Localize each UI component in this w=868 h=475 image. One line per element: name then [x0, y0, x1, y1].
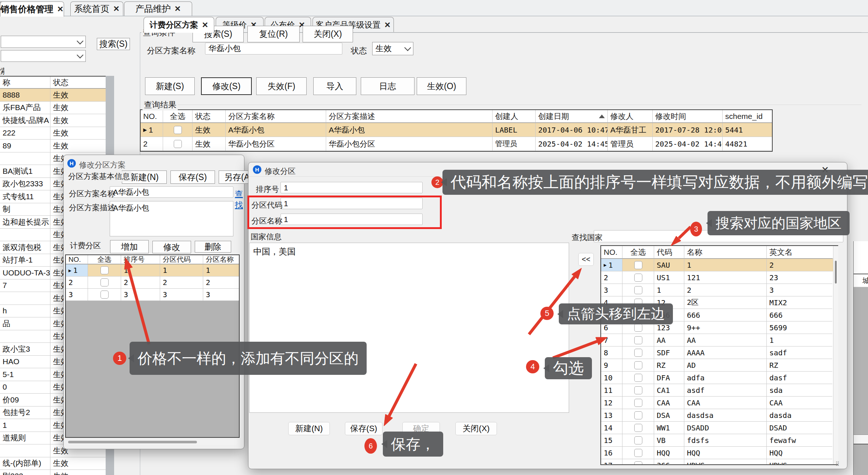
dialog2-new-button[interactable]: 新建(N) [288, 422, 330, 435]
action-button-生效(O)[interactable]: 生效(O) [417, 77, 466, 95]
table-row[interactable]: 12 CAA CAA CAA [601, 397, 837, 409]
dialog2-close-button[interactable]: 关闭(X) [455, 422, 497, 435]
close-icon[interactable]: ✕ [202, 21, 208, 29]
col-select-all[interactable]: 全选 [163, 110, 193, 123]
col-name[interactable]: 名称 [684, 246, 767, 258]
action-button-导入[interactable]: 导入 [313, 77, 356, 95]
table-row[interactable]: 16 HQQ HQQ HQQ [601, 447, 837, 459]
horizontal-scrollbar[interactable] [67, 439, 237, 445]
scrollbar-thumb[interactable] [835, 261, 837, 284]
row-checkbox[interactable] [634, 274, 642, 282]
row-checkbox[interactable] [634, 349, 642, 357]
row-checkbox[interactable] [634, 386, 642, 394]
row-checkbox[interactable] [100, 291, 109, 299]
table-row[interactable]: 1 生效 A华磊小包 A华磊小包 LABEL 2017-04-06 10:47:… [141, 123, 772, 137]
action-button-修改(S)[interactable]: 修改(S) [201, 77, 252, 95]
sidebar-filter-combo-2[interactable] [1, 50, 86, 62]
table-row[interactable]: 1 1 1 1 [66, 264, 239, 277]
sidebar-filter-combo-1[interactable] [1, 36, 86, 48]
table-row[interactable]: 11 CA1 asdf sda [601, 384, 837, 397]
col-scheme-name[interactable]: 分区方案名称 [226, 110, 326, 123]
col-select-all[interactable]: 全选 [88, 255, 121, 264]
tab-产品维护[interactable]: 产品维护✕ [124, 1, 192, 16]
list-item[interactable]: 222 生效 [0, 127, 106, 140]
row-checkbox[interactable] [634, 461, 642, 465]
table-row[interactable]: 3 1 2 3 [601, 284, 837, 296]
col-created[interactable]: 创建日期 [536, 110, 608, 123]
resize-grip-icon[interactable]: ⠿ [835, 461, 840, 468]
modify-zone-button[interactable]: 修改 [152, 241, 191, 253]
move-left-button[interactable]: << [578, 253, 594, 266]
action-button-失效(F)[interactable]: 失效(F) [256, 77, 307, 95]
table-row[interactable]: 2 生效 华磊小包分区 华磊小包分区 管理员 2025-04-02 14:45:… [141, 137, 772, 151]
table-row[interactable]: 3 3 3 3 [66, 289, 239, 301]
row-checkbox[interactable] [100, 266, 109, 274]
col-zone-code[interactable]: 分区代码 [160, 255, 203, 264]
row-checkbox[interactable] [634, 449, 642, 457]
table-row[interactable]: 7 AA AA 1 [601, 334, 837, 346]
row-checkbox[interactable] [634, 261, 642, 269]
action-button-日志[interactable]: 日志 [361, 77, 414, 95]
tab-销售价格管理[interactable]: 销售价格管理✕ [0, 1, 64, 17]
close-icon[interactable]: ✕ [174, 4, 181, 13]
find-link[interactable]: 查找 [235, 189, 244, 211]
scrollbar-thumb[interactable] [68, 441, 197, 443]
add-zone-button[interactable]: 增加 [110, 240, 149, 253]
list-item[interactable]: 乐FBA产品 生效 [0, 102, 106, 115]
col-zone-name[interactable]: 分区名称 [203, 255, 239, 264]
list-item[interactable]: 快捷线-品牌A 生效 [0, 114, 106, 127]
dialog1-save-button[interactable]: 保存(S) [170, 170, 215, 184]
row-checkbox[interactable] [100, 278, 109, 286]
row-checkbox[interactable] [174, 140, 182, 148]
country-info-textarea[interactable]: 中国，美国 [249, 243, 569, 413]
col-no[interactable]: NO. [601, 246, 622, 258]
row-checkbox[interactable] [634, 286, 642, 294]
list-item[interactable]: 89 生效 [0, 140, 106, 152]
country-table-scrollbar[interactable] [833, 246, 838, 464]
row-checkbox[interactable] [634, 424, 642, 432]
table-row[interactable]: 17 366 HDWG HDWG [601, 459, 837, 465]
dialog1-name-input[interactable]: A华磊小包 [110, 186, 233, 198]
col-modified[interactable]: 修改时间 [653, 110, 723, 123]
status-select[interactable]: 生效 [372, 42, 413, 55]
tab-系统首页[interactable]: 系统首页✕ [70, 1, 123, 16]
close-icon[interactable]: ✕ [57, 5, 64, 14]
col-scheme-desc[interactable]: 分区方案描述 [326, 110, 493, 123]
tab-计费分区方案[interactable]: 计费分区方案✕ [144, 17, 214, 33]
row-checkbox[interactable] [174, 126, 182, 134]
col-status[interactable]: 状态 [50, 77, 106, 88]
table-row[interactable]: 2 US1 121 23 [601, 271, 837, 284]
col-name[interactable]: 称 [0, 77, 50, 88]
row-checkbox[interactable] [634, 436, 642, 444]
col-scheme-id[interactable]: scheme_id [723, 110, 772, 123]
row-checkbox[interactable] [634, 361, 642, 369]
table-row[interactable]: 10 DFA adfa dasf [601, 372, 837, 384]
list-item[interactable]: 刚233 生效 [0, 470, 106, 475]
row-checkbox[interactable] [634, 399, 642, 407]
row-checkbox[interactable] [634, 324, 642, 332]
col-status[interactable]: 状态 [193, 110, 226, 123]
table-row[interactable]: 13 DSA dasdsa dasda [601, 409, 837, 422]
table-row[interactable]: 15 VB fdsfs fewafw [601, 434, 837, 447]
row-checkbox[interactable] [634, 336, 642, 344]
scheme-name-input[interactable]: 华磊小包 [205, 43, 342, 54]
close-query-button[interactable]: 关闭(X) [303, 26, 353, 42]
close-icon[interactable]: ✕ [384, 21, 391, 29]
dialog1-desc-textarea[interactable]: A华磊小包 [110, 201, 233, 236]
table-row[interactable]: 9 RZ AD RZ [601, 359, 837, 372]
col-creator[interactable]: 创建人 [493, 110, 536, 123]
table-row[interactable]: 14 WW1 DSADD DSAD [601, 422, 837, 434]
col-no[interactable]: NO. [66, 255, 88, 264]
row-checkbox[interactable] [634, 374, 642, 382]
dialog2-save-button[interactable]: 保存(S) [345, 422, 382, 435]
list-item[interactable]: 8888 生效 [0, 89, 106, 102]
col-select-all[interactable]: 全选 [622, 246, 654, 258]
col-code[interactable]: 代码 [654, 246, 684, 258]
col-sort[interactable]: 排序号 [121, 255, 160, 264]
reset-button[interactable]: 复位(R) [247, 26, 300, 42]
table-row[interactable]: 8 SDF AAAA sadf [601, 346, 837, 359]
col-modifier[interactable]: 修改人 [608, 110, 653, 123]
list-item[interactable]: 线-(内部单) 生效 [0, 457, 106, 470]
table-row[interactable]: 2 2 2 2 [66, 277, 239, 289]
sort-input[interactable]: 1 [280, 182, 423, 193]
